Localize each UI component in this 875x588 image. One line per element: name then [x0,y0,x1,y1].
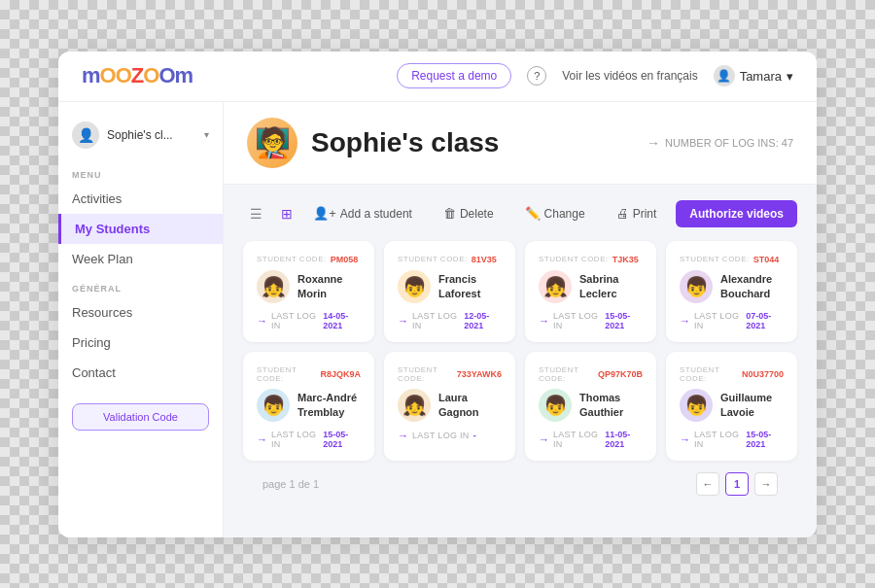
logo-part: O [116,63,131,87]
student-avatar: 👦 [539,389,572,422]
student-code-label: STUDENT CODE: [257,365,316,383]
student-code-label: STUDENT CODE: [539,255,609,263]
content-area: 🧑‍🏫 Sophie's class → NUMBER OF LOG INS: … [224,102,817,537]
lastlog-label: LAST LOG IN [553,430,601,449]
class-selector[interactable]: 👤 Sophie's cl... ▾ [58,118,223,160]
general-section-label: GÉNÉRAL [58,274,223,297]
lastlog-date: 07-05-2021 [746,311,784,330]
menu-section-label: MENU [58,160,223,184]
sidebar-item-activities[interactable]: Activities [58,184,223,214]
log-count-text: NUMBER OF LOG INS: 47 [665,137,793,149]
login-arrow-icon: → [257,315,267,327]
student-card[interactable]: STUDENT CODE: ST044 👦 Alexandre Bouchard… [666,241,797,342]
lastlog-date: 11-05-2021 [605,430,643,449]
student-code: QP97K70B [598,369,643,379]
list-view-button[interactable]: ☰ [243,201,268,226]
student-card[interactable]: STUDENT CODE: 733YAWK6 👧 Laura Gagnon → … [384,352,515,461]
lastlog-label: LAST LOG IN [271,430,319,449]
students-toolbar: ☰ ⊞ 👤+ Add a student 🗑 Delete [243,200,797,227]
student-code-label: STUDENT CODE: [680,255,750,263]
student-code-label: STUDENT CODE: [398,365,453,383]
lastlog-label: LAST LOG IN [553,311,601,330]
student-code-row: STUDENT CODE: 733YAWK6 [398,365,502,383]
user-chevron-icon: ▾ [787,69,793,84]
class-title: Sophie's class [311,127,499,158]
next-page-button[interactable]: → [754,472,778,496]
logo: mOOZOOm [82,63,192,88]
logo-part: O [100,63,116,87]
add-student-button[interactable]: 👤+ Add a student [301,200,424,226]
student-name: Marc-André Tremblay [298,391,361,419]
sidebar-item-my-students[interactable]: My Students [58,214,223,244]
student-code-label: STUDENT CODE: [539,365,594,383]
sidebar-item-week-plan[interactable]: Week Plan [58,244,223,274]
app-window: mOOZOOm Request a demo ? Voir les vidéos… [58,52,817,537]
login-arrow-icon: → [398,430,408,441]
change-button[interactable]: ✏️ Change [513,200,597,226]
student-name: Francis Laforest [438,272,502,300]
class-avatar-large: 🧑‍🏫 [247,118,298,168]
student-lastlog: → LAST LOG IN 15-05-2021 [539,311,643,330]
logo-part: Z [131,63,143,87]
logo-part: O [143,63,158,87]
student-info-row: 👦 Thomas Gauthier [539,389,643,422]
user-menu[interactable]: 👤 Tamara ▾ [714,65,793,86]
login-arrow-icon: → [680,433,690,445]
student-card[interactable]: STUDENT CODE: PM058 👧 Roxanne Morin → LA… [243,241,374,342]
student-card[interactable]: STUDENT CODE: N0U37700 👦 Guillaume Lavoi… [666,352,797,461]
page-number-1[interactable]: 1 [725,472,749,496]
student-card[interactable]: STUDENT CODE: TJK35 👧 Sabrina Leclerc → … [525,241,656,342]
student-lastlog: → LAST LOG IN 12-05-2021 [398,311,502,330]
student-name: Laura Gagnon [438,391,502,419]
student-card[interactable]: STUDENT CODE: R8JQK9A 👦 Marc-André Tremb… [243,352,374,461]
add-student-icon: 👤+ [313,206,336,221]
student-name: Thomas Gauthier [579,391,643,419]
lastlog-label: LAST LOG IN [412,311,460,330]
student-lastlog: → LAST LOG IN 11-05-2021 [539,430,643,449]
print-icon: 🖨 [616,206,629,221]
navbar: mOOZOOm Request a demo ? Voir les vidéos… [58,52,817,102]
student-lastlog: → LAST LOG IN - [398,430,502,441]
delete-button[interactable]: 🗑 Delete [432,200,506,226]
lastlog-date: 15-05-2021 [746,430,784,449]
user-avatar-icon: 👤 [714,65,735,86]
lang-link[interactable]: Voir les vidéos en français [562,69,697,83]
validation-code-button[interactable]: Validation Code [72,403,209,431]
grid-view-button[interactable]: ⊞ [274,201,299,226]
student-info-row: 👦 Alexandre Bouchard [680,270,784,303]
delete-icon: 🗑 [443,206,456,221]
student-card[interactable]: STUDENT CODE: QP97K70B 👦 Thomas Gauthier… [525,352,656,461]
prev-page-button[interactable]: ← [696,472,719,496]
print-label: Print [633,207,657,221]
student-code: TJK35 [612,255,639,264]
student-lastlog: → LAST LOG IN 15-05-2021 [680,430,784,449]
student-code-row: STUDENT CODE: QP97K70B [539,365,643,383]
print-button[interactable]: 🖨 Print [605,200,669,226]
student-card[interactable]: STUDENT CODE: 81V35 👦 Francis Laforest →… [384,241,515,342]
pagination: page 1 de 1 ← 1 → [243,461,797,507]
lastlog-label: LAST LOG IN [694,430,742,449]
student-code: 733YAWK6 [457,369,502,379]
student-code-label: STUDENT CODE: [257,255,327,263]
delete-label: Delete [460,207,494,221]
student-code-row: STUDENT CODE: R8JQK9A [257,365,361,383]
sidebar: 👤 Sophie's cl... ▾ MENU Activities My St… [58,102,224,537]
student-name: Roxanne Morin [298,272,361,300]
student-info-row: 👦 Guillaume Lavoie [680,389,784,422]
student-lastlog: → LAST LOG IN 14-05-2021 [257,311,361,330]
student-avatar: 👦 [680,389,713,422]
sidebar-item-contact[interactable]: Contact [58,358,223,388]
sidebar-item-resources[interactable]: Resources [58,297,223,328]
login-arrow-icon: → [539,315,549,327]
add-student-label: Add a student [340,207,412,221]
lastlog-date: 15-05-2021 [605,311,643,330]
student-code-row: STUDENT CODE: 81V35 [398,255,502,264]
student-code: R8JQK9A [320,369,361,379]
student-code-row: STUDENT CODE: TJK35 [539,255,643,264]
logo-part: Om [158,63,192,87]
help-button[interactable]: ? [527,66,546,86]
authorize-videos-button[interactable]: Authorize videos [676,200,797,227]
sidebar-item-pricing[interactable]: Pricing [58,328,223,358]
user-name: Tamara [740,69,782,84]
demo-button[interactable]: Request a demo [397,63,511,88]
